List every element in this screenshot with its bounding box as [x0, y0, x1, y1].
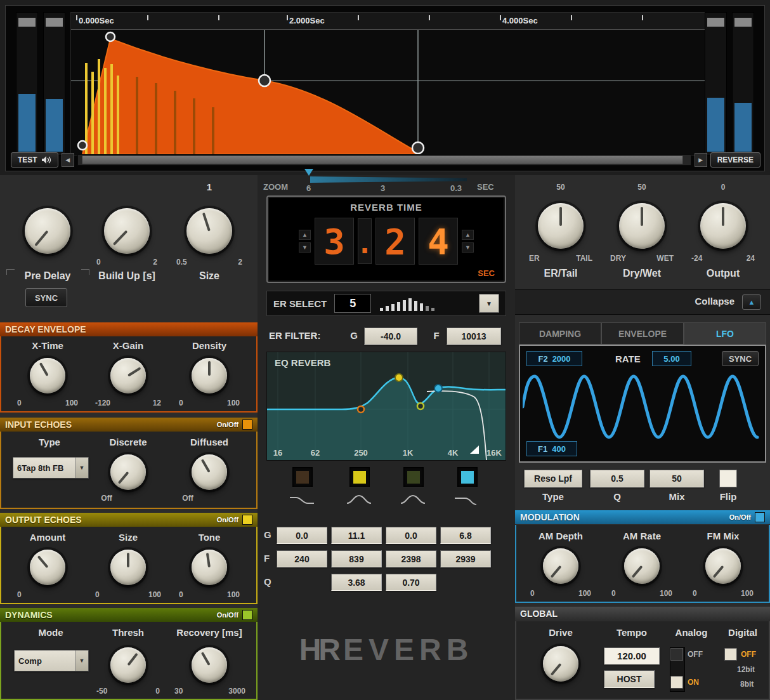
test-button[interactable]: TEST [11, 152, 58, 168]
reverb-time-digit-1[interactable]: 3 [315, 218, 354, 265]
output-echoes-onoff-led[interactable] [242, 515, 252, 525]
dynamics-onoff-led[interactable] [242, 610, 252, 620]
analog-on-toggle[interactable] [670, 676, 683, 689]
dry-wet-knob[interactable] [619, 203, 665, 249]
er-select-row: ER SELECT 5 ▼ [266, 291, 506, 316]
size-knob[interactable] [186, 208, 232, 254]
output-knob[interactable] [700, 203, 746, 249]
eq-q-field[interactable]: 0.70 [386, 574, 436, 591]
er-filter-gain-field[interactable]: -40.0 [364, 327, 417, 345]
amount-knob[interactable] [30, 550, 65, 585]
reverb-time-digit-2[interactable]: 2 [375, 218, 415, 265]
lfo-filter-type-dropdown[interactable]: Reso Lpf [524, 470, 582, 487]
reverb-time-spinner-left[interactable]: ▲ ▼ [299, 230, 311, 253]
decay-envelope-curve [71, 30, 709, 155]
tab-lfo[interactable]: LFO [684, 322, 766, 345]
drive-knob[interactable] [543, 646, 578, 682]
spinner-down-icon[interactable]: ▼ [462, 242, 474, 253]
spinner-up-icon[interactable]: ▲ [299, 230, 311, 240]
envelope-graph[interactable]: 0.000Sec 2.000Sec 4.000Sec [70, 12, 710, 155]
tone-knob[interactable] [192, 550, 227, 585]
lfo-filter-mix-field[interactable]: 50 [649, 470, 704, 487]
er-select-dropdown-button[interactable]: ▼ [479, 294, 499, 313]
pre-delay-knob[interactable] [25, 208, 70, 254]
digital-off-toggle[interactable] [724, 648, 737, 661]
digital-8bit-label[interactable]: 8bit [740, 680, 770, 689]
fm-mix-max: 100 [741, 589, 754, 598]
lfo-f2-field[interactable]: F2 2000 [526, 351, 582, 366]
scroll-right-button[interactable]: ▶ [695, 153, 707, 167]
scrollbar-thumb[interactable] [82, 155, 683, 164]
eq-freq-field[interactable]: 240 [277, 550, 327, 567]
flip-toggle[interactable] [719, 470, 737, 487]
reverse-button[interactable]: REVERSE [710, 152, 760, 168]
er-select-value[interactable]: 5 [334, 294, 371, 313]
zoom-marker[interactable] [304, 169, 313, 176]
dynamics-header: DYNAMICS On/Off [0, 608, 258, 622]
x-time-knob[interactable] [30, 358, 65, 393]
input-echoes-header: INPUT ECHOES On/Off [0, 418, 258, 432]
eq-q-field[interactable]: 3.68 [331, 574, 382, 591]
fm-mix-knob[interactable] [705, 548, 741, 584]
eq-freq-field[interactable]: 2939 [440, 550, 491, 567]
eq-gain-field[interactable]: 0.0 [386, 527, 436, 544]
eq-gain-field[interactable]: 6.8 [440, 527, 491, 544]
dry-wet-max: WET [656, 254, 674, 263]
spinner-down-icon[interactable]: ▼ [299, 242, 311, 253]
collapse-button[interactable]: ▲ [742, 294, 761, 310]
input-type-dropdown[interactable]: 6Tap 8th FB ▼ [13, 457, 89, 479]
eq-reverb-display[interactable]: EQ REVERB 16 62 250 1K [266, 352, 506, 461]
tempo-field[interactable]: 120.00 [604, 647, 660, 664]
reverb-time-digit-3[interactable]: 4 [419, 218, 458, 265]
eq-gain-field[interactable]: 0.0 [277, 527, 327, 544]
density-knob[interactable] [192, 358, 227, 393]
host-button[interactable]: HOST [604, 670, 655, 688]
dry-wet-label: Dry/Wet [604, 268, 680, 279]
tab-envelope[interactable]: ENVELOPE [601, 322, 684, 345]
horizontal-scrollbar[interactable] [77, 154, 691, 166]
eq-band-4-button[interactable] [457, 467, 478, 487]
tab-damping[interactable]: DAMPING [519, 322, 601, 345]
modulation-onoff-led[interactable] [755, 512, 765, 522]
f1-label: F1 [538, 444, 547, 454]
digital-12bit-label[interactable]: 12bit [737, 665, 769, 674]
am-depth-knob[interactable] [543, 548, 578, 584]
am-rate-knob[interactable] [624, 548, 660, 584]
diffused-knob[interactable] [192, 454, 227, 490]
input-echoes-onoff-led[interactable] [242, 419, 252, 430]
time-ruler: 0.000Sec 2.000Sec 4.000Sec [71, 13, 709, 30]
lfo-f1-field[interactable]: F1 400 [526, 441, 577, 456]
spinner-up-icon[interactable]: ▲ [462, 230, 474, 240]
out-size-knob[interactable] [110, 550, 146, 585]
meter-right-1 [705, 12, 727, 155]
er-tail-knob[interactable] [538, 203, 584, 249]
eq-band-3-button[interactable] [403, 467, 424, 487]
dropdown-arrow-icon[interactable]: ▼ [75, 650, 88, 671]
reverb-time-spinner-right[interactable]: ▲ ▼ [462, 230, 474, 253]
scroll-left-button[interactable]: ◀ [62, 153, 74, 167]
lfo-filter-q-field[interactable]: 0.5 [590, 470, 644, 487]
lfo-rate-field[interactable]: 5.00 [652, 351, 691, 366]
x-gain-knob[interactable] [110, 358, 146, 393]
eq-band-1-button[interactable] [292, 467, 313, 487]
eq-gain-field[interactable]: 11.1 [331, 527, 382, 544]
dynamics-onoff-label: On/Off [217, 611, 238, 619]
amount-min: 0 [17, 590, 22, 599]
sync-button[interactable]: SYNC [25, 288, 67, 307]
mode-dropdown[interactable]: Comp ▼ [14, 650, 89, 671]
analog-off-toggle[interactable] [670, 648, 683, 661]
eq-band-2-button[interactable] [349, 467, 370, 487]
x-time-max: 100 [65, 399, 78, 407]
density-max: 100 [227, 399, 240, 407]
thresh-knob[interactable] [110, 647, 146, 683]
build-up-knob[interactable] [104, 208, 150, 254]
eq-freq-field[interactable]: 2398 [386, 550, 436, 567]
low-pass-icon [453, 492, 481, 508]
er-filter-freq-field[interactable]: 10013 [447, 327, 501, 345]
dropdown-arrow-icon[interactable]: ▼ [75, 458, 88, 478]
eq-freq-field[interactable]: 839 [331, 550, 382, 567]
f1-value: 400 [552, 444, 566, 454]
recovery-knob[interactable] [192, 647, 227, 683]
discrete-knob[interactable] [110, 454, 146, 490]
lfo-sync-button[interactable]: SYNC [722, 351, 759, 366]
